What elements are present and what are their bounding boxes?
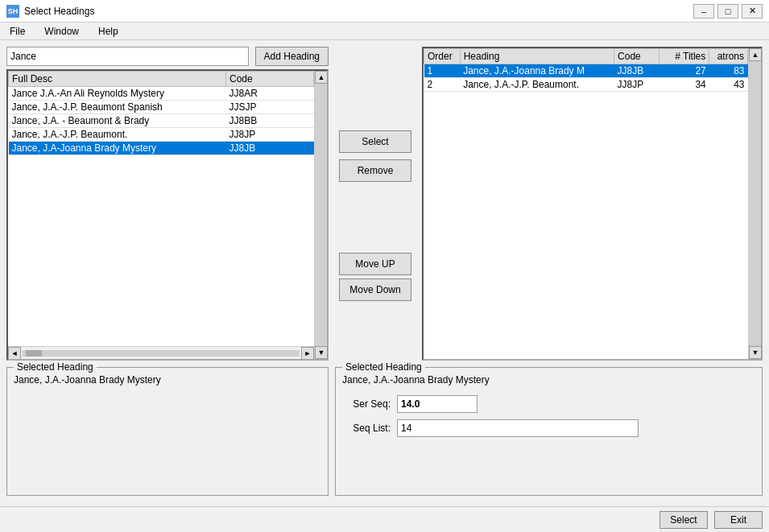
order-item-patrons: 83 <box>709 64 748 78</box>
scroll-up-arrow-right[interactable]: ▲ <box>749 48 762 61</box>
menu-help[interactable]: Help <box>95 25 122 38</box>
search-row: Add Heading <box>6 47 329 66</box>
list-item[interactable]: Jance, J.A.-J.P. Beaumont SpanishJJSJP <box>9 101 314 114</box>
ser-seq-input[interactable] <box>397 395 478 413</box>
list-item-desc: Jance, J.A. - Beaumont & Brady <box>9 114 226 128</box>
list-item-code: JJSJP <box>226 101 314 114</box>
maximize-button[interactable]: □ <box>717 4 738 19</box>
select-button[interactable]: Select <box>339 130 411 153</box>
menu-file[interactable]: File <box>6 25 28 38</box>
headings-list: Full Desc Code Jance J.A.-An Ali Reynold… <box>8 71 314 155</box>
col-patrons: atrons <box>709 49 748 64</box>
seq-list-label: Seq List: <box>342 423 391 434</box>
minimize-button[interactable]: – <box>693 4 714 19</box>
order-item-code: JJ8JP <box>614 78 659 92</box>
scroll-down-arrow-right[interactable]: ▼ <box>749 346 762 359</box>
title-controls: – □ ✕ <box>693 4 763 19</box>
selected-heading-left-label: Selected Heading <box>14 361 97 373</box>
left-panel: Add Heading Full Desc Code <box>6 47 329 361</box>
order-item-titles: 34 <box>659 78 709 92</box>
order-item-heading: Jance, J.A.-J.P. Beaumont. <box>460 78 614 92</box>
scroll-up-arrow-left[interactable]: ▲ <box>315 71 328 84</box>
order-item-order: 2 <box>424 78 461 92</box>
top-section: Add Heading Full Desc Code <box>6 47 763 361</box>
list-item[interactable]: Jance, J.A.-J.P. Beaumont.JJ8JP <box>9 128 314 142</box>
move-buttons: Move UP Move Down <box>339 253 411 301</box>
scroll-left-arrow[interactable]: ◄ <box>8 347 21 360</box>
list-item-code: JJ8JP <box>226 128 314 142</box>
list-item-desc: Jance, J.A.-J.P. Beaumont. <box>9 128 226 142</box>
list-item[interactable]: Jance, J.A. - Beaumont & BradyJJ8BB <box>9 114 314 128</box>
col-code: Code <box>226 72 314 87</box>
order-item-titles: 27 <box>659 64 709 78</box>
col-titles: # Titles <box>659 49 709 64</box>
app-icon: SH <box>6 5 19 18</box>
order-item[interactable]: 1Jance, J.A.-Joanna Brady MJJ8JB2783 <box>424 64 748 78</box>
right-panel: Order Heading Code # Titles atrons 1Janc… <box>422 47 763 361</box>
order-item-patrons: 43 <box>709 78 748 92</box>
col-order: Order <box>424 49 461 64</box>
col-code-right: Code <box>614 49 659 64</box>
selected-heading-left-value: Jance, J.A.-Joanna Brady Mystery <box>10 371 325 389</box>
order-item[interactable]: 2Jance, J.A.-J.P. Beaumont.JJ8JP3443 <box>424 78 748 92</box>
v-scroll-track-right <box>749 61 761 346</box>
scroll-down-arrow-left[interactable]: ▼ <box>315 346 328 359</box>
move-down-button[interactable]: Move Down <box>339 278 411 301</box>
bottom-select-button[interactable]: Select <box>659 511 708 529</box>
selected-heading-right-value: Jance, J.A.-Joanna Brady Mystery <box>342 371 755 395</box>
order-item-code: JJ8JB <box>614 64 659 78</box>
scroll-right-arrow[interactable]: ► <box>301 347 314 360</box>
seq-list-row: Seq List: <box>342 419 755 437</box>
ser-seq-label: Ser Seq: <box>342 398 391 410</box>
selected-heading-right-label: Selected Heading <box>342 361 425 373</box>
ser-seq-row: Ser Seq: <box>342 395 755 413</box>
order-table: Order Heading Code # Titles atrons 1Janc… <box>424 48 748 92</box>
middle-panel: Select Remove Move UP Move Down <box>335 47 416 361</box>
search-input[interactable] <box>6 47 249 66</box>
main-content: Add Heading Full Desc Code <box>0 40 769 506</box>
bottom-exit-button[interactable]: Exit <box>714 511 763 529</box>
menu-bar: File Window Help <box>0 23 769 40</box>
move-up-button[interactable]: Move UP <box>339 253 411 275</box>
close-button[interactable]: ✕ <box>742 4 763 19</box>
bottom-section: Selected Heading Jance, J.A.-Joanna Brad… <box>6 367 763 496</box>
list-item-code: JJ8AR <box>226 87 314 101</box>
col-full-desc: Full Desc <box>9 72 226 87</box>
order-item-order: 1 <box>424 64 461 78</box>
list-item-desc: Jance J.A.-An Ali Reynolds Mystery <box>9 87 226 101</box>
list-item-code: JJ8JB <box>226 142 314 155</box>
list-item[interactable]: Jance, J.A-Joanna Brady MysteryJJ8JB <box>9 142 314 155</box>
selected-heading-right-box: Selected Heading Jance, J.A.-Joanna Brad… <box>335 367 763 496</box>
scroll-track <box>23 350 300 357</box>
order-item-heading: Jance, J.A.-Joanna Brady M <box>460 64 614 78</box>
right-bottom-content: Jance, J.A.-Joanna Brady Mystery Ser Seq… <box>342 371 755 443</box>
list-item-code: JJ8BB <box>226 114 314 128</box>
list-item-desc: Jance, J.A-Joanna Brady Mystery <box>9 142 226 155</box>
title-bar-left: SH Select Headings <box>6 5 94 18</box>
remove-button[interactable]: Remove <box>339 159 411 182</box>
selected-heading-left-box: Selected Heading Jance, J.A.-Joanna Brad… <box>6 367 329 496</box>
col-heading: Heading <box>460 49 614 64</box>
list-item-desc: Jance, J.A.-J.P. Beaumont Spanish <box>9 101 226 114</box>
v-scroll-track-left <box>315 84 327 346</box>
title-bar: SH Select Headings – □ ✕ <box>0 0 769 23</box>
bottom-bar: Select Exit <box>0 506 769 532</box>
horizontal-scrollbar[interactable]: ◄ ► <box>8 346 314 359</box>
window-title: Select Headings <box>24 6 94 17</box>
list-item[interactable]: Jance J.A.-An Ali Reynolds MysteryJJ8AR <box>9 87 314 101</box>
menu-window[interactable]: Window <box>41 25 82 38</box>
add-heading-button[interactable]: Add Heading <box>255 47 329 66</box>
scroll-thumb <box>26 350 42 357</box>
seq-list-input[interactable] <box>397 419 639 437</box>
